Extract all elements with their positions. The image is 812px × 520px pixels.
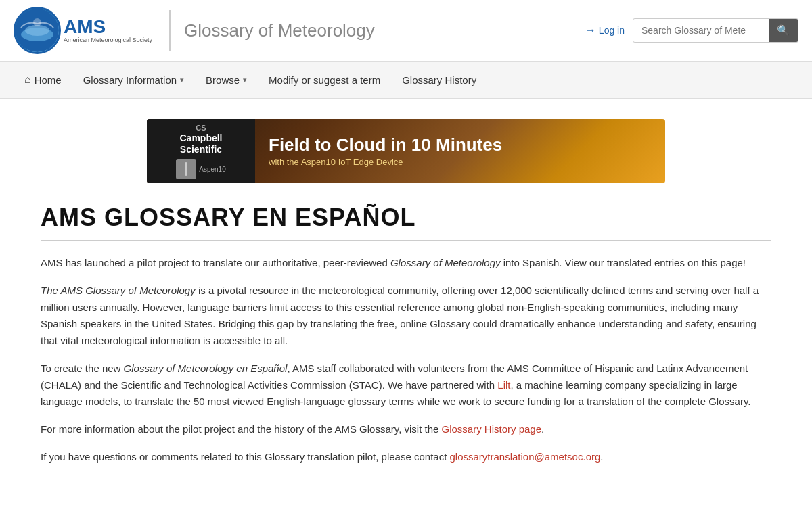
header-right: → Log in 🔍 <box>585 18 798 43</box>
home-icon: ⌂ <box>24 74 31 86</box>
para1-italic: Glossary of Meteorology <box>390 257 501 268</box>
navbar: ⌂ Home Glossary Information ▾ Browse ▾ M… <box>0 62 812 99</box>
lilt-link[interactable]: Lilt <box>497 379 510 391</box>
paragraph-2: The AMS Glossary of Meteorology is a piv… <box>41 283 771 350</box>
search-input[interactable] <box>633 20 769 41</box>
svg-point-2 <box>25 25 49 36</box>
browse-dropdown-icon: ▾ <box>243 76 247 85</box>
page-title: AMS GLOSSARY EN ESPAÑOL <box>41 204 771 232</box>
header-divider <box>169 10 171 51</box>
para3-text-a: To create the new <box>41 362 124 374</box>
nav-browse-label: Browse <box>206 74 240 86</box>
nav-glossary-info[interactable]: Glossary Information ▾ <box>72 62 195 98</box>
site-title: Glossary of Meteorology <box>184 20 585 41</box>
ad-brand: CS CampbellScientific Aspen10 <box>147 119 255 183</box>
login-label: Log in <box>599 25 625 36</box>
ad-banner[interactable]: CS CampbellScientific Aspen10 Field to C… <box>147 119 665 183</box>
para2-italic: Glossary of Meteorology <box>85 285 196 296</box>
paragraph-3: To create the new Glossary of Meteorolog… <box>41 360 771 410</box>
ad-cs-label: CS <box>179 123 222 133</box>
ams-abbreviation: AMS <box>64 18 152 37</box>
main-content: CS CampbellScientific Aspen10 Field to C… <box>20 99 792 490</box>
nav-history-label: Glossary History <box>402 74 476 86</box>
paragraph-1: AMS has launched a pilot project to tran… <box>41 255 771 272</box>
svg-point-3 <box>33 18 41 26</box>
ad-content: Field to Cloud in 10 Minutes with the As… <box>255 128 665 174</box>
email-link[interactable]: glossarytranslation@ametsoc.org <box>449 451 600 463</box>
title-divider <box>41 240 771 241</box>
ams-full-name: American Meteorological Society <box>64 37 152 44</box>
para1-text-a: AMS has launched a pilot project to tran… <box>41 257 390 268</box>
logo-text: AMS American Meteorological Society <box>64 18 152 44</box>
para4-text-a: For more information about the pilot pro… <box>41 423 442 435</box>
search-container: 🔍 <box>633 18 798 43</box>
ad-subtext: with the Aspen10 IoT Edge Device <box>269 157 652 167</box>
para3-italic: Glossary of Meteorology en Español <box>124 362 288 374</box>
para5-text-b: . <box>600 451 603 463</box>
nav-home[interactable]: ⌂ Home <box>14 62 72 98</box>
nav-browse[interactable]: Browse ▾ <box>195 62 258 98</box>
para5-text-a: If you have questions or comments relate… <box>41 451 449 463</box>
ams-logo <box>14 7 61 54</box>
nav-home-label: Home <box>35 74 62 86</box>
nav-modify[interactable]: Modify or suggest a term <box>258 62 391 98</box>
logo-area: AMS American Meteorological Society <box>14 7 156 54</box>
login-icon: → <box>585 24 596 37</box>
paragraph-5: If you have questions or comments relate… <box>41 449 771 466</box>
login-link[interactable]: → Log in <box>585 24 625 37</box>
para2-text-a: The AMS <box>41 285 85 296</box>
nav-history[interactable]: Glossary History <box>391 62 487 98</box>
para4-text-b: . <box>541 423 544 435</box>
nav-glossary-info-label: Glossary Information <box>83 74 177 86</box>
para1-text-b: into Spanish. View our translated entrie… <box>501 257 746 268</box>
search-button[interactable]: 🔍 <box>769 19 798 42</box>
paragraph-4: For more information about the pilot pro… <box>41 421 771 438</box>
ad-logo: CS CampbellScientific <box>179 123 222 156</box>
header: AMS American Meteorological Society Glos… <box>0 0 812 62</box>
para2-prefix: The AMS Glossary of Meteorology <box>41 285 196 296</box>
glossary-info-dropdown-icon: ▾ <box>180 76 184 85</box>
ad-headline: Field to Cloud in 10 Minutes <box>269 135 652 155</box>
nav-modify-label: Modify or suggest a term <box>269 74 380 86</box>
glossary-history-link[interactable]: Glossary History page <box>442 423 542 435</box>
